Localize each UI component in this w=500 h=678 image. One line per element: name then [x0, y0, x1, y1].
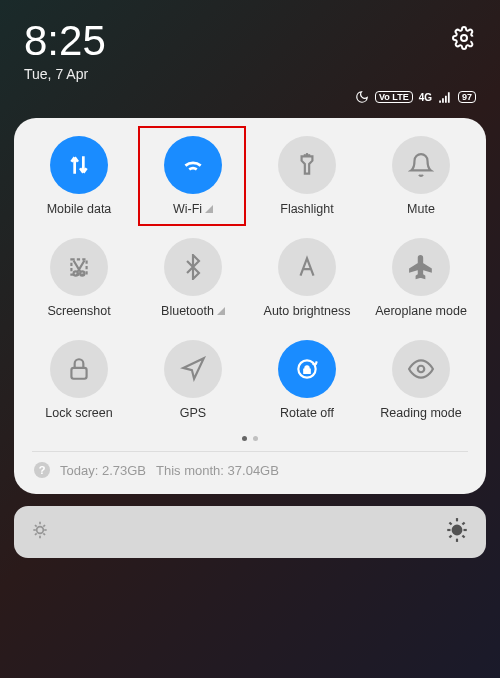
bluetooth-icon — [180, 254, 206, 280]
tile-rotate-off[interactable]: Rotate off — [250, 340, 364, 420]
svg-line-25 — [462, 535, 464, 537]
gear-icon — [452, 26, 476, 50]
svg-line-16 — [43, 533, 45, 535]
info-icon: ? — [34, 462, 50, 478]
wifi-icon — [180, 152, 206, 178]
usage-today-label: Today: — [60, 463, 98, 478]
svg-point-10 — [37, 527, 44, 534]
scissors-icon — [66, 254, 92, 280]
svg-line-24 — [449, 522, 451, 524]
tile-flashlight[interactable]: Flashlight — [250, 136, 364, 216]
tile-label: Mute — [407, 202, 435, 216]
lock-icon — [66, 356, 92, 382]
navigation-icon — [180, 356, 206, 382]
svg-line-18 — [43, 525, 45, 527]
svg-point-9 — [418, 366, 425, 373]
signal-icon — [438, 90, 452, 104]
tile-label: Bluetooth — [161, 304, 214, 318]
svg-point-19 — [453, 526, 462, 535]
flashlight-icon — [294, 152, 320, 178]
tile-label: GPS — [180, 406, 206, 420]
arrows-up-down-icon — [66, 152, 92, 178]
settings-button[interactable] — [452, 20, 476, 54]
brightness-high-icon — [444, 517, 470, 547]
tile-lock-screen[interactable]: Lock screen — [22, 340, 136, 420]
pager-dot — [242, 436, 247, 441]
svg-line-26 — [449, 535, 451, 537]
usage-today-value: 2.73GB — [102, 463, 146, 478]
airplane-icon — [408, 254, 434, 280]
volte-icon: Vo LTE — [375, 91, 413, 103]
data-usage-row[interactable]: ? Today: 2.73GB This month: 37.04GB — [22, 452, 478, 482]
network-type: 4G — [419, 92, 432, 103]
tile-label: Lock screen — [45, 406, 112, 420]
usage-month-label: This month: — [156, 463, 224, 478]
bell-icon — [408, 152, 434, 178]
tile-wifi[interactable]: Wi-Fi — [136, 136, 250, 216]
page-indicator — [22, 436, 478, 441]
tile-label: Flashlight — [280, 202, 334, 216]
tile-screenshot[interactable]: Screenshot — [22, 238, 136, 318]
tile-label: Reading mode — [380, 406, 461, 420]
usage-month-value: 37.04GB — [228, 463, 279, 478]
tile-reading-mode[interactable]: Reading mode — [364, 340, 478, 420]
clock-date: Tue, 7 Apr — [24, 66, 106, 82]
brightness-low-icon — [30, 520, 50, 544]
chevron-icon — [217, 307, 225, 315]
rotate-lock-icon — [294, 356, 320, 382]
clock-time: 8:25 — [24, 20, 106, 62]
svg-point-0 — [461, 35, 467, 41]
chevron-icon — [205, 205, 213, 213]
svg-line-15 — [35, 525, 37, 527]
tile-mobile-data[interactable]: Mobile data — [22, 136, 136, 216]
status-bar: Vo LTE 4G 97 — [0, 90, 500, 112]
tile-label: Auto brightness — [264, 304, 351, 318]
eye-icon — [408, 356, 434, 382]
tile-auto-brightness[interactable]: Auto brightness — [250, 238, 364, 318]
battery-badge: 97 — [458, 91, 476, 103]
tile-label: Screenshot — [47, 304, 110, 318]
quick-settings-panel: Mobile data Wi-Fi Flashlight Mute Screen… — [14, 118, 486, 494]
svg-line-27 — [462, 522, 464, 524]
pager-dot — [253, 436, 258, 441]
tile-bluetooth[interactable]: Bluetooth — [136, 238, 250, 318]
svg-line-17 — [35, 533, 37, 535]
dnd-icon — [355, 90, 369, 104]
letter-a-icon — [294, 254, 320, 280]
brightness-slider[interactable] — [14, 506, 486, 558]
svg-rect-7 — [71, 368, 86, 379]
tile-label: Aeroplane mode — [375, 304, 467, 318]
tile-label: Wi-Fi — [173, 202, 202, 216]
tile-aeroplane-mode[interactable]: Aeroplane mode — [364, 238, 478, 318]
tile-mute[interactable]: Mute — [364, 136, 478, 216]
tile-label: Rotate off — [280, 406, 334, 420]
tiles-grid: Mobile data Wi-Fi Flashlight Mute Screen… — [22, 136, 478, 420]
tile-gps[interactable]: GPS — [136, 340, 250, 420]
tile-label: Mobile data — [47, 202, 112, 216]
